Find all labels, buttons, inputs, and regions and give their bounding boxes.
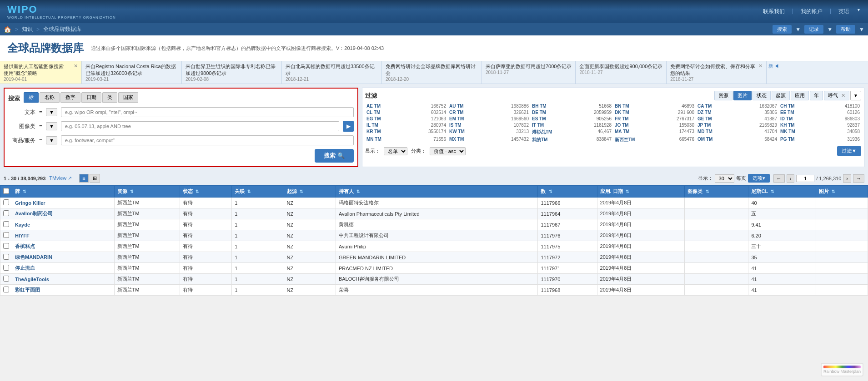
prev-page-btn[interactable]: ← [773, 174, 785, 183]
filter-apply-btn[interactable]: 过滤▼ [837, 146, 861, 156]
page-number-input[interactable] [796, 175, 814, 182]
search-tab-4[interactable]: 类 [102, 92, 117, 103]
row-brand-6: 停止流血 [12, 263, 115, 274]
text-op-btn[interactable]: ▼ [46, 108, 57, 116]
goods-op-btn[interactable]: ▼ [46, 136, 57, 144]
list-view-btn[interactable]: ≡ [79, 174, 88, 183]
brand-link-6[interactable]: 停止流血 [15, 265, 35, 271]
row-origin-2: NZ [284, 219, 336, 230]
image-op-btn[interactable]: ▼ [46, 122, 57, 130]
news-text-4: 免费网络研讨会全球品牌数据库网络研讨会 [386, 63, 478, 77]
brand-link-2[interactable]: Kayde [15, 222, 30, 228]
news-close-7[interactable]: ✕ [758, 63, 763, 82]
filter-tab-apply[interactable]: 应用 [791, 91, 809, 100]
news-date-2: 2019-02-08 [186, 77, 278, 82]
row-number-2: 1117967 [538, 219, 597, 230]
home-icon[interactable]: 🏠 [4, 26, 11, 33]
news-new-btn[interactable]: 新 ◀ [767, 61, 781, 84]
col-nice[interactable]: 尼斯CL ⇅ [748, 186, 816, 198]
row-img-3 [816, 230, 868, 241]
row-holder-5: GREEN MANDARIN LIMITED [336, 252, 538, 263]
language-dropdown-icon[interactable]: ▼ [857, 8, 861, 15]
row-related-6: 1 [232, 263, 284, 274]
search-tab-5[interactable]: 国家 [118, 92, 138, 103]
filter-cell-NZ: 新西兰TM665476 [613, 136, 696, 143]
filter-tab-year[interactable]: 年 [810, 91, 823, 100]
next-page-btn2[interactable]: → [853, 174, 864, 183]
row-status-6: 有待 [180, 263, 231, 274]
filter-tab-status[interactable]: 状态 [753, 91, 771, 100]
text-op: = [39, 109, 42, 115]
display-select[interactable]: 名单 [384, 147, 407, 155]
col-origin[interactable]: 起源 ⇅ [284, 186, 336, 198]
sort-select[interactable]: 价值 - asc [430, 147, 466, 155]
row-origin-8: NZ [284, 285, 336, 296]
row-related-7: 1 [232, 274, 284, 285]
language-link[interactable]: 英语 [838, 8, 849, 15]
select-all-checkbox[interactable] [3, 188, 9, 194]
col-date[interactable]: 应用. 日期 ⇅ [597, 186, 685, 198]
text-input[interactable] [61, 107, 354, 117]
row-date-0: 2019年4月8日 [597, 198, 685, 208]
next-page-btn[interactable]: › [843, 174, 851, 183]
prev-page-btn2[interactable]: ‹ [787, 174, 795, 183]
row-check-4[interactable] [3, 243, 9, 249]
brand-link-1[interactable]: Avallon制药公司 [15, 211, 53, 216]
col-holder[interactable]: 持有人 ⇅ [336, 186, 538, 198]
breadcrumb-db[interactable]: 全球品牌数据库 [43, 25, 81, 33]
row-check-5[interactable] [3, 254, 9, 260]
col-source[interactable]: 资源 ⇅ [114, 186, 180, 198]
col-imgclass[interactable]: 图像类 ⇅ [685, 186, 748, 198]
row-check-3[interactable] [3, 232, 9, 238]
search-submit-btn[interactable]: 搜索 🔍 [315, 149, 354, 163]
records-nav-btn[interactable]: 记录 [804, 25, 823, 34]
header-nav: 联系我们 | 我的帐户 | 英语 ▼ [763, 8, 861, 15]
brand-link-4[interactable]: 香槟糕点 [15, 243, 35, 249]
breadcrumb-knowledge[interactable]: 知识 [22, 25, 33, 33]
search-nav-btn[interactable]: 搜索 [773, 25, 792, 34]
account-link[interactable]: 我的帐户 [801, 8, 823, 15]
image-search-btn[interactable]: ▶ [343, 121, 354, 132]
contact-link[interactable]: 联系我们 [763, 8, 785, 15]
filter-tab-origin[interactable]: 起源 [772, 91, 790, 100]
brand-link-3[interactable]: HIYFF [15, 233, 30, 238]
col-related[interactable]: 关联 ⇅ [232, 186, 284, 198]
row-origin-0: NZ [284, 198, 336, 208]
filter-expand-btn[interactable]: ▼ [850, 91, 861, 100]
col-status[interactable]: 状态 ⇅ [180, 186, 231, 198]
brand-link-7[interactable]: TheAgileTools [15, 277, 49, 282]
brand-link-0[interactable]: Gringo Killer [15, 200, 45, 206]
per-page-select[interactable]: 30 [715, 174, 734, 183]
brand-link-8[interactable]: 彩虹平面图 [15, 287, 40, 292]
row-status-3: 有待 [180, 230, 231, 241]
search-tab-1[interactable]: 名称 [40, 92, 60, 103]
row-check-7[interactable] [3, 276, 9, 282]
row-check-2[interactable] [3, 221, 9, 227]
logo-subtitle: WORLD INTELLECTUAL PROPERTY ORGANIZATION [7, 15, 116, 20]
news-item-4: 免费网络研讨会全球品牌数据库网络研讨会 2018-12-20 [382, 61, 482, 84]
search-tab-0[interactable]: 标 [24, 92, 39, 103]
brand-link-5[interactable]: 绿色MANDARIN [15, 254, 52, 260]
search-tab-3[interactable]: 日期 [81, 92, 101, 103]
filter-tab-call[interactable]: 呼气 ✕ [824, 91, 849, 100]
row-check-0[interactable] [3, 199, 9, 205]
search-panel-title: 搜索 [8, 94, 20, 103]
row-check-6[interactable] [3, 265, 9, 271]
image-input[interactable] [61, 121, 339, 131]
goods-input[interactable] [61, 135, 354, 145]
help-nav-btn[interactable]: 帮助 [836, 25, 855, 34]
row-check-1[interactable] [3, 210, 9, 216]
filter-tab-image[interactable]: 图片 [733, 91, 752, 100]
search-tab-2[interactable]: 数字 [60, 92, 80, 103]
row-origin-3: NZ [284, 230, 336, 241]
col-img[interactable]: 图片 ⇅ [816, 186, 868, 198]
select-options-btn[interactable]: 选项▾ [748, 174, 770, 183]
search-submit-row: 搜索 🔍 [8, 149, 354, 163]
col-brand[interactable]: 牌 ⇅ [12, 186, 115, 198]
news-close-0[interactable]: ✕ [74, 63, 78, 82]
col-number[interactable]: 数 ⇅ [538, 186, 597, 198]
filter-tab-source[interactable]: 资源 [714, 91, 733, 100]
grid-view-btn[interactable]: ⊞ [90, 174, 100, 183]
row-check-8[interactable] [3, 287, 9, 292]
tmview-link[interactable]: TMview ↗ [49, 175, 72, 181]
